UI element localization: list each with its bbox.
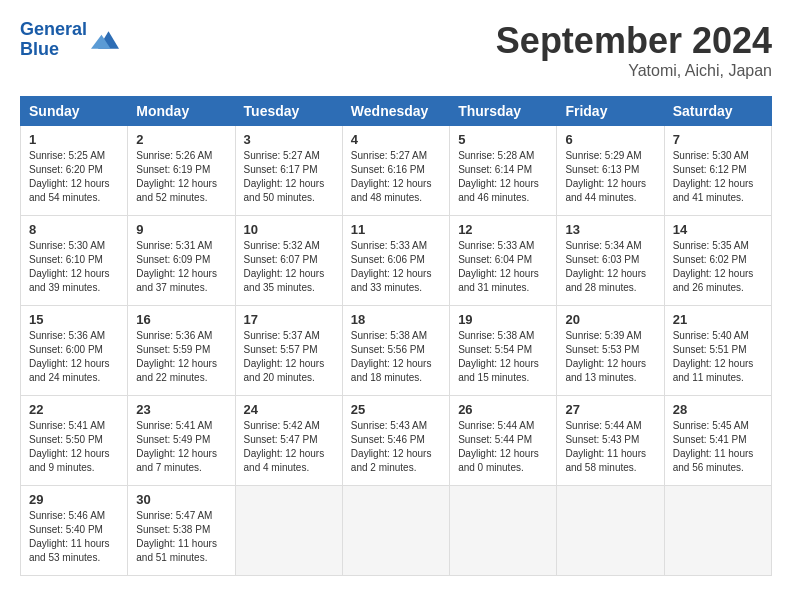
day-info: Sunrise: 5:38 AMSunset: 5:54 PMDaylight:…	[458, 329, 548, 385]
day-number: 18	[351, 312, 441, 327]
day-number: 22	[29, 402, 119, 417]
calendar-day-cell: 18Sunrise: 5:38 AMSunset: 5:56 PMDayligh…	[342, 306, 449, 396]
day-info: Sunrise: 5:41 AMSunset: 5:49 PMDaylight:…	[136, 419, 226, 475]
day-number: 4	[351, 132, 441, 147]
day-info: Sunrise: 5:32 AMSunset: 6:07 PMDaylight:…	[244, 239, 334, 295]
day-number: 16	[136, 312, 226, 327]
day-number: 8	[29, 222, 119, 237]
calendar-day-cell: 27Sunrise: 5:44 AMSunset: 5:43 PMDayligh…	[557, 396, 664, 486]
logo: GeneralBlue	[20, 20, 119, 60]
calendar-day-cell: 9Sunrise: 5:31 AMSunset: 6:09 PMDaylight…	[128, 216, 235, 306]
day-info: Sunrise: 5:36 AMSunset: 6:00 PMDaylight:…	[29, 329, 119, 385]
calendar-table: SundayMondayTuesdayWednesdayThursdayFrid…	[20, 96, 772, 576]
calendar-week-row: 22Sunrise: 5:41 AMSunset: 5:50 PMDayligh…	[21, 396, 772, 486]
day-number: 19	[458, 312, 548, 327]
calendar-day-cell: 4Sunrise: 5:27 AMSunset: 6:16 PMDaylight…	[342, 126, 449, 216]
calendar-day-cell	[557, 486, 664, 576]
day-number: 15	[29, 312, 119, 327]
day-number: 12	[458, 222, 548, 237]
weekday-header: Tuesday	[235, 97, 342, 126]
day-number: 13	[565, 222, 655, 237]
calendar-day-cell: 7Sunrise: 5:30 AMSunset: 6:12 PMDaylight…	[664, 126, 771, 216]
calendar-day-cell	[664, 486, 771, 576]
calendar-header-row: SundayMondayTuesdayWednesdayThursdayFrid…	[21, 97, 772, 126]
weekday-header: Sunday	[21, 97, 128, 126]
day-info: Sunrise: 5:33 AMSunset: 6:04 PMDaylight:…	[458, 239, 548, 295]
calendar-week-row: 29Sunrise: 5:46 AMSunset: 5:40 PMDayligh…	[21, 486, 772, 576]
day-info: Sunrise: 5:33 AMSunset: 6:06 PMDaylight:…	[351, 239, 441, 295]
calendar-day-cell: 17Sunrise: 5:37 AMSunset: 5:57 PMDayligh…	[235, 306, 342, 396]
calendar-day-cell: 20Sunrise: 5:39 AMSunset: 5:53 PMDayligh…	[557, 306, 664, 396]
day-info: Sunrise: 5:43 AMSunset: 5:46 PMDaylight:…	[351, 419, 441, 475]
calendar-day-cell: 29Sunrise: 5:46 AMSunset: 5:40 PMDayligh…	[21, 486, 128, 576]
logo-icon	[91, 26, 119, 54]
calendar-day-cell: 13Sunrise: 5:34 AMSunset: 6:03 PMDayligh…	[557, 216, 664, 306]
day-number: 9	[136, 222, 226, 237]
day-info: Sunrise: 5:41 AMSunset: 5:50 PMDaylight:…	[29, 419, 119, 475]
day-number: 21	[673, 312, 763, 327]
day-info: Sunrise: 5:27 AMSunset: 6:17 PMDaylight:…	[244, 149, 334, 205]
calendar-day-cell: 23Sunrise: 5:41 AMSunset: 5:49 PMDayligh…	[128, 396, 235, 486]
day-info: Sunrise: 5:31 AMSunset: 6:09 PMDaylight:…	[136, 239, 226, 295]
calendar-day-cell: 6Sunrise: 5:29 AMSunset: 6:13 PMDaylight…	[557, 126, 664, 216]
day-number: 3	[244, 132, 334, 147]
day-info: Sunrise: 5:27 AMSunset: 6:16 PMDaylight:…	[351, 149, 441, 205]
calendar-day-cell: 21Sunrise: 5:40 AMSunset: 5:51 PMDayligh…	[664, 306, 771, 396]
day-number: 2	[136, 132, 226, 147]
calendar-day-cell: 15Sunrise: 5:36 AMSunset: 6:00 PMDayligh…	[21, 306, 128, 396]
weekday-header: Saturday	[664, 97, 771, 126]
calendar-day-cell: 10Sunrise: 5:32 AMSunset: 6:07 PMDayligh…	[235, 216, 342, 306]
day-number: 28	[673, 402, 763, 417]
day-number: 1	[29, 132, 119, 147]
day-number: 6	[565, 132, 655, 147]
calendar-day-cell: 2Sunrise: 5:26 AMSunset: 6:19 PMDaylight…	[128, 126, 235, 216]
day-number: 29	[29, 492, 119, 507]
day-number: 14	[673, 222, 763, 237]
day-info: Sunrise: 5:28 AMSunset: 6:14 PMDaylight:…	[458, 149, 548, 205]
day-number: 27	[565, 402, 655, 417]
day-info: Sunrise: 5:45 AMSunset: 5:41 PMDaylight:…	[673, 419, 763, 475]
calendar-day-cell	[235, 486, 342, 576]
day-info: Sunrise: 5:46 AMSunset: 5:40 PMDaylight:…	[29, 509, 119, 565]
day-info: Sunrise: 5:26 AMSunset: 6:19 PMDaylight:…	[136, 149, 226, 205]
day-info: Sunrise: 5:44 AMSunset: 5:44 PMDaylight:…	[458, 419, 548, 475]
calendar-day-cell: 8Sunrise: 5:30 AMSunset: 6:10 PMDaylight…	[21, 216, 128, 306]
calendar-week-row: 8Sunrise: 5:30 AMSunset: 6:10 PMDaylight…	[21, 216, 772, 306]
calendar-day-cell: 25Sunrise: 5:43 AMSunset: 5:46 PMDayligh…	[342, 396, 449, 486]
day-info: Sunrise: 5:38 AMSunset: 5:56 PMDaylight:…	[351, 329, 441, 385]
day-number: 30	[136, 492, 226, 507]
day-info: Sunrise: 5:34 AMSunset: 6:03 PMDaylight:…	[565, 239, 655, 295]
month-title: September 2024	[496, 20, 772, 62]
calendar-day-cell: 30Sunrise: 5:47 AMSunset: 5:38 PMDayligh…	[128, 486, 235, 576]
day-info: Sunrise: 5:30 AMSunset: 6:12 PMDaylight:…	[673, 149, 763, 205]
day-info: Sunrise: 5:40 AMSunset: 5:51 PMDaylight:…	[673, 329, 763, 385]
weekday-header: Monday	[128, 97, 235, 126]
calendar-day-cell: 1Sunrise: 5:25 AMSunset: 6:20 PMDaylight…	[21, 126, 128, 216]
day-info: Sunrise: 5:42 AMSunset: 5:47 PMDaylight:…	[244, 419, 334, 475]
calendar-day-cell: 19Sunrise: 5:38 AMSunset: 5:54 PMDayligh…	[450, 306, 557, 396]
day-info: Sunrise: 5:30 AMSunset: 6:10 PMDaylight:…	[29, 239, 119, 295]
day-number: 7	[673, 132, 763, 147]
day-number: 23	[136, 402, 226, 417]
weekday-header: Thursday	[450, 97, 557, 126]
calendar-day-cell: 28Sunrise: 5:45 AMSunset: 5:41 PMDayligh…	[664, 396, 771, 486]
day-number: 25	[351, 402, 441, 417]
day-number: 5	[458, 132, 548, 147]
calendar-day-cell	[450, 486, 557, 576]
day-info: Sunrise: 5:37 AMSunset: 5:57 PMDaylight:…	[244, 329, 334, 385]
day-number: 20	[565, 312, 655, 327]
month-info: September 2024 Yatomi, Aichi, Japan	[496, 20, 772, 80]
calendar-day-cell: 14Sunrise: 5:35 AMSunset: 6:02 PMDayligh…	[664, 216, 771, 306]
calendar-week-row: 1Sunrise: 5:25 AMSunset: 6:20 PMDaylight…	[21, 126, 772, 216]
day-info: Sunrise: 5:36 AMSunset: 5:59 PMDaylight:…	[136, 329, 226, 385]
day-info: Sunrise: 5:39 AMSunset: 5:53 PMDaylight:…	[565, 329, 655, 385]
calendar-day-cell: 16Sunrise: 5:36 AMSunset: 5:59 PMDayligh…	[128, 306, 235, 396]
calendar-day-cell: 5Sunrise: 5:28 AMSunset: 6:14 PMDaylight…	[450, 126, 557, 216]
weekday-header: Wednesday	[342, 97, 449, 126]
day-info: Sunrise: 5:29 AMSunset: 6:13 PMDaylight:…	[565, 149, 655, 205]
day-number: 11	[351, 222, 441, 237]
calendar-day-cell: 24Sunrise: 5:42 AMSunset: 5:47 PMDayligh…	[235, 396, 342, 486]
day-info: Sunrise: 5:44 AMSunset: 5:43 PMDaylight:…	[565, 419, 655, 475]
location: Yatomi, Aichi, Japan	[496, 62, 772, 80]
day-info: Sunrise: 5:47 AMSunset: 5:38 PMDaylight:…	[136, 509, 226, 565]
